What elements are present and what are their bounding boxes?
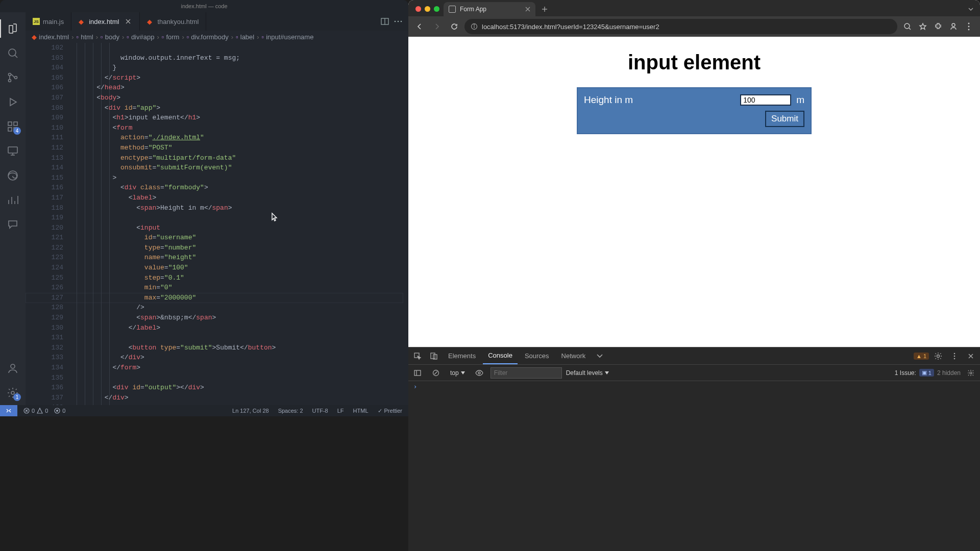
more-actions-icon[interactable] <box>394 20 402 22</box>
tab-index-html[interactable]: ◆ index.html <box>71 12 140 31</box>
svg-point-13 <box>8 171 17 180</box>
activity-comment[interactable] <box>6 217 20 232</box>
device-toggle-icon[interactable] <box>427 349 441 363</box>
minimize-button[interactable] <box>425 6 430 12</box>
activity-edge[interactable] <box>6 168 20 183</box>
language-mode[interactable]: HTML <box>353 408 369 414</box>
cursor-position[interactable]: Ln 127, Col 28 <box>232 408 269 414</box>
page-viewport: input element Height in m m Submit <box>408 37 743 347</box>
activity-account[interactable] <box>6 361 20 375</box>
url-text: localhost:5173/index.html?userId=123245&… <box>482 23 659 31</box>
devtools-tabs: Elements Console Sources Network ▲1 <box>408 347 743 365</box>
vscode-window: index.html — code 4 <box>0 0 408 416</box>
window-title: index.html — code <box>181 3 227 9</box>
svg-point-4 <box>15 77 17 79</box>
activity-scm[interactable] <box>6 70 20 85</box>
problems[interactable]: 0 0 <box>23 408 48 414</box>
svg-point-58 <box>478 372 480 374</box>
traffic-lights <box>415 6 439 12</box>
js-file-icon: JS <box>33 18 40 25</box>
console-filter[interactable] <box>491 367 562 379</box>
svg-point-0 <box>9 49 16 56</box>
chrome-window: Form App localhost:5173/index.html?userI… <box>408 0 743 416</box>
activity-debug[interactable] <box>6 95 20 109</box>
svg-point-25 <box>398 21 399 22</box>
site-info-icon[interactable] <box>471 23 478 30</box>
tab-title: Form App <box>460 6 486 13</box>
activity-explorer[interactable] <box>6 21 20 36</box>
context-selector[interactable]: top <box>447 368 468 378</box>
svg-rect-6 <box>8 122 12 126</box>
svg-point-24 <box>395 21 396 22</box>
encoding[interactable]: UTF-8 <box>312 408 328 414</box>
tab-main-js[interactable]: JS main.js <box>26 12 71 31</box>
console-prompt-icon: › <box>413 383 417 390</box>
svg-point-18 <box>11 364 15 368</box>
console-body[interactable]: › <box>408 381 743 416</box>
svg-point-26 <box>401 21 402 22</box>
address-bar[interactable]: localhost:5173/index.html?userId=123245&… <box>464 19 743 34</box>
code-editor[interactable]: 1021031041051061071081091101111121131141… <box>26 43 408 405</box>
activity-search[interactable] <box>6 46 20 60</box>
indentation[interactable]: Spaces: 2 <box>278 408 303 414</box>
reload-button[interactable] <box>447 19 461 34</box>
browser-tab[interactable]: Form App <box>444 2 535 16</box>
activity-graph[interactable] <box>6 193 20 207</box>
vscode-titlebar: index.html — code <box>0 0 408 12</box>
svg-point-2 <box>9 73 11 76</box>
svg-rect-7 <box>8 128 12 131</box>
form-box: Height in m m Submit <box>577 87 743 134</box>
svg-rect-10 <box>8 147 17 153</box>
tab-thankyou-html[interactable]: ◆ thankyou.html <box>140 12 206 31</box>
forward-button[interactable] <box>430 19 444 34</box>
tab-sources[interactable]: Sources <box>520 347 554 364</box>
page-favicon-icon <box>449 6 456 13</box>
back-button[interactable] <box>412 19 427 34</box>
tab-network[interactable]: Network <box>556 347 591 364</box>
height-input[interactable] <box>740 94 743 106</box>
console-sidebar-toggle-icon[interactable] <box>410 366 425 380</box>
chrome-tabstrip: Form App <box>408 0 743 16</box>
tab-label: index.html <box>89 18 119 26</box>
split-editor-icon[interactable] <box>381 17 389 26</box>
maximize-button[interactable] <box>434 6 439 12</box>
code-content: window.output.innerText = msg; } </scrip… <box>81 43 408 405</box>
tab-label: thankyou.html <box>157 18 199 26</box>
tab-console[interactable]: Console <box>483 347 518 364</box>
html-file-icon: ◆ <box>147 18 154 25</box>
more-tabs-icon[interactable] <box>593 349 607 363</box>
activitybar: 4 1 <box>0 12 26 405</box>
svg-rect-54 <box>414 370 421 375</box>
html-file-icon: ◆ <box>79 18 86 25</box>
prettier-status[interactable]: ✓ Prettier <box>378 408 402 414</box>
tab-elements[interactable]: Elements <box>443 347 481 364</box>
svg-point-31 <box>57 410 58 412</box>
statusbar: 0 0 0 Ln 127, Col 28 Spaces: 2 UTF-8 LF … <box>0 405 408 416</box>
activity-extensions[interactable]: 4 <box>6 119 20 134</box>
remote-button[interactable] <box>0 405 17 416</box>
height-label: Height in m <box>584 94 735 106</box>
inspect-element-icon[interactable] <box>410 349 425 363</box>
breadcrumb[interactable]: ◆index.html› ▫html› ▫body› ▫div#app› ▫fo… <box>26 31 408 43</box>
activity-remote-explorer[interactable] <box>6 144 20 158</box>
close-tab-icon[interactable] <box>525 7 530 12</box>
close-window-button[interactable] <box>415 6 421 12</box>
clear-console-icon[interactable] <box>429 366 443 380</box>
log-levels[interactable]: Default levels <box>566 369 609 377</box>
ports[interactable]: 0 <box>54 408 65 414</box>
console-toolbar: top Default levels 1 Issue: ▣ 1 2 hidden <box>408 365 743 381</box>
tab-close[interactable] <box>124 17 132 26</box>
eol[interactable]: LF <box>337 408 344 414</box>
page-heading: input element <box>628 51 743 74</box>
svg-rect-46 <box>431 353 435 359</box>
svg-rect-9 <box>14 122 17 126</box>
new-tab-button[interactable] <box>538 3 551 15</box>
svg-point-38 <box>474 25 475 26</box>
svg-marker-5 <box>10 98 16 106</box>
live-expression-icon[interactable] <box>472 366 486 380</box>
settings-badge: 1 <box>13 393 21 401</box>
devtools: Elements Console Sources Network ▲1 top … <box>408 347 743 416</box>
line-numbers: 1021031041051061071081091101111121131141… <box>26 43 77 405</box>
activity-settings[interactable]: 1 <box>6 386 20 400</box>
extensions-badge: 4 <box>13 127 21 135</box>
